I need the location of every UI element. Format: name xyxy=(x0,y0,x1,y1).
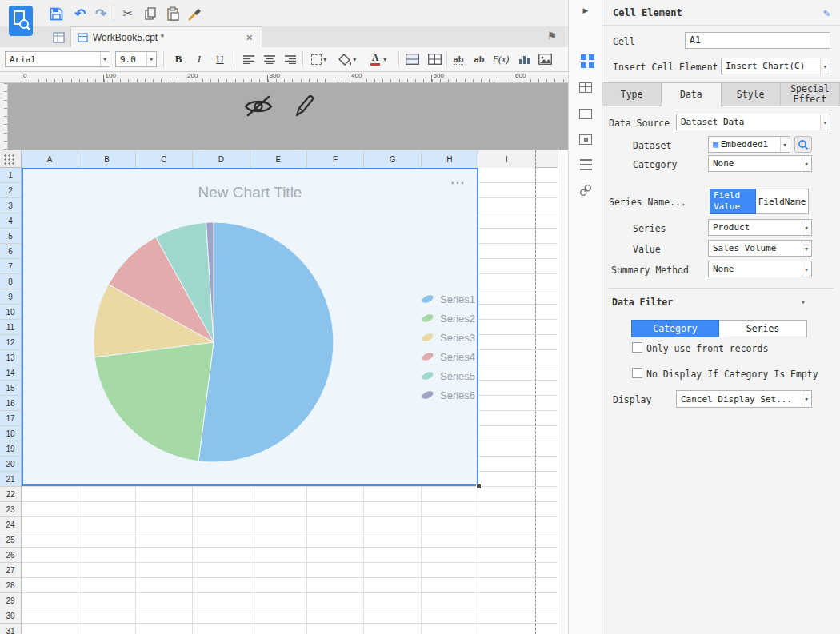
row-header-23[interactable]: 23 xyxy=(0,502,21,517)
row-header-2[interactable]: 2 xyxy=(0,183,21,198)
tab-style[interactable]: Style xyxy=(721,82,781,106)
border-dropdown-arrow[interactable]: ▾ xyxy=(323,55,327,63)
row-header-20[interactable]: 20 xyxy=(0,457,21,472)
row-header-26[interactable]: 26 xyxy=(0,548,21,563)
chart-cell-element[interactable]: New Chart Title ... Series1Series2Series… xyxy=(22,168,478,486)
fill-dropdown-arrow[interactable]: ▾ xyxy=(353,55,357,63)
row-header-18[interactable]: 18 xyxy=(0,426,21,441)
border-button[interactable] xyxy=(307,51,325,67)
column-header-G[interactable]: G xyxy=(364,150,421,168)
row-header-27[interactable]: 27 xyxy=(0,563,21,578)
tab-type[interactable]: Type xyxy=(602,82,662,106)
dataset-select[interactable]: ▦ Embedded1 ▾ xyxy=(708,136,790,153)
column-header-F[interactable]: F xyxy=(307,150,364,168)
condition-attributes-icon[interactable] xyxy=(578,157,594,173)
series-select[interactable]: Product ▾ xyxy=(708,219,812,236)
value-select[interactable]: Sales_Volume ▾ xyxy=(708,240,812,257)
insert-image-button[interactable] xyxy=(536,51,554,67)
undo-button[interactable]: ↶ xyxy=(70,4,90,23)
font-size-select[interactable]: 9.0 ▾ xyxy=(115,51,157,67)
app-logo-icon[interactable] xyxy=(9,6,33,36)
insert-cell-element-select[interactable]: Insert Chart(C) ▾ xyxy=(721,58,830,74)
collapse-panel-arrow-icon[interactable]: ▶ xyxy=(569,6,602,14)
format-painter-button[interactable] xyxy=(186,4,205,23)
underline-button[interactable]: U xyxy=(211,51,229,67)
workbook-tab[interactable]: WorkBook5.cpt * × xyxy=(70,26,262,47)
row-header-9[interactable]: 9 xyxy=(0,289,21,305)
data-source-select[interactable]: Dataset Data ▾ xyxy=(676,114,830,130)
column-header-E[interactable]: E xyxy=(250,150,307,168)
cut-button[interactable]: ✂ xyxy=(118,4,138,23)
chart-menu-dots-icon[interactable]: ... xyxy=(450,173,466,186)
tab-special-effect[interactable]: Special Effect xyxy=(780,82,840,106)
pie-slice-Series1[interactable] xyxy=(198,222,334,462)
filter-tab-category[interactable]: Category xyxy=(631,320,719,337)
row-header-22[interactable]: 22 xyxy=(0,487,21,502)
fill-color-button[interactable] xyxy=(336,51,354,67)
insert-chart-button[interactable] xyxy=(515,51,533,67)
row-header-10[interactable]: 10 xyxy=(0,305,21,320)
column-header-H[interactable]: H xyxy=(422,150,478,168)
row-header-31[interactable]: 31 xyxy=(0,624,21,634)
no-display-empty-category-checkbox[interactable] xyxy=(632,368,642,378)
row-header-4[interactable]: 4 xyxy=(0,213,21,229)
flag-icon[interactable]: ⚑ xyxy=(546,30,557,42)
row-header-6[interactable]: 6 xyxy=(0,244,21,259)
resize-handle[interactable] xyxy=(476,484,482,489)
insert-content-ab-button[interactable]: ab xyxy=(450,51,467,67)
cell-element-panel-icon[interactable] xyxy=(578,51,594,67)
edit-pencil-button[interactable]: ✎ xyxy=(819,6,834,20)
italic-button[interactable]: I xyxy=(190,51,208,67)
series-name-fieldname-button[interactable]: FieldName xyxy=(756,189,809,214)
row-header-3[interactable]: 3 xyxy=(0,198,21,213)
column-header-A[interactable]: A xyxy=(22,150,78,168)
select-all-corner[interactable] xyxy=(0,150,22,168)
hyperlink-icon[interactable] xyxy=(578,182,594,198)
display-select[interactable]: Cancel Display Set... ▾ xyxy=(676,390,812,408)
save-button[interactable] xyxy=(46,4,66,23)
redo-button[interactable]: ↷ xyxy=(91,4,110,23)
bold-button[interactable]: B xyxy=(170,51,187,67)
sheet-grid[interactable]: New Chart Title ... Series1Series2Series… xyxy=(22,168,558,634)
cell-attributes-icon[interactable] xyxy=(578,79,594,95)
dataset-search-button[interactable] xyxy=(794,136,812,153)
font-color-button[interactable]: A xyxy=(366,51,384,67)
row-header-16[interactable]: 16 xyxy=(0,396,21,411)
paste-button[interactable] xyxy=(163,4,182,23)
float-element-icon[interactable] xyxy=(578,106,594,122)
series-name-field-value-button[interactable]: FieldValue xyxy=(710,189,756,214)
merge-cells-button[interactable] xyxy=(403,51,421,67)
row-header-14[interactable]: 14 xyxy=(0,365,21,381)
row-header-13[interactable]: 13 xyxy=(0,350,21,365)
insert-text-button[interactable]: ab xyxy=(470,51,488,67)
cell-input[interactable]: A1 xyxy=(685,32,830,49)
column-header-I[interactable]: I xyxy=(478,150,535,168)
category-select[interactable]: None ▾ xyxy=(708,155,812,172)
insert-formula-button[interactable]: F(x) xyxy=(490,51,512,67)
font-family-select[interactable]: Arial ▾ xyxy=(5,51,110,67)
only-front-records-checkbox[interactable] xyxy=(632,342,642,353)
row-header-19[interactable]: 19 xyxy=(0,441,21,457)
row-header-7[interactable]: 7 xyxy=(0,259,21,274)
close-tab-icon[interactable]: × xyxy=(244,32,255,43)
row-header-17[interactable]: 17 xyxy=(0,411,21,426)
row-header-12[interactable]: 12 xyxy=(0,335,21,350)
column-header-D[interactable]: D xyxy=(193,150,250,168)
row-header-8[interactable]: 8 xyxy=(0,274,21,289)
row-header-25[interactable]: 25 xyxy=(0,532,21,548)
row-header-21[interactable]: 21 xyxy=(0,472,21,487)
pie-slice-Series2[interactable] xyxy=(94,342,214,461)
tab-data[interactable]: Data xyxy=(661,82,721,106)
row-header-30[interactable]: 30 xyxy=(0,608,21,624)
summary-method-select[interactable]: None ▾ xyxy=(708,261,812,277)
copy-button[interactable] xyxy=(141,4,160,23)
widget-settings-icon[interactable] xyxy=(578,131,594,147)
column-header-C[interactable]: C xyxy=(136,150,193,168)
row-header-29[interactable]: 29 xyxy=(0,593,21,608)
data-filter-collapse-icon[interactable]: ▾ xyxy=(801,297,806,306)
sheet-grid-button[interactable] xyxy=(50,30,67,45)
filter-tab-series[interactable]: Series xyxy=(719,320,807,337)
edit-pencil-icon[interactable] xyxy=(292,94,316,119)
row-header-1[interactable]: 1 xyxy=(0,168,21,183)
row-header-15[interactable]: 15 xyxy=(0,381,21,396)
